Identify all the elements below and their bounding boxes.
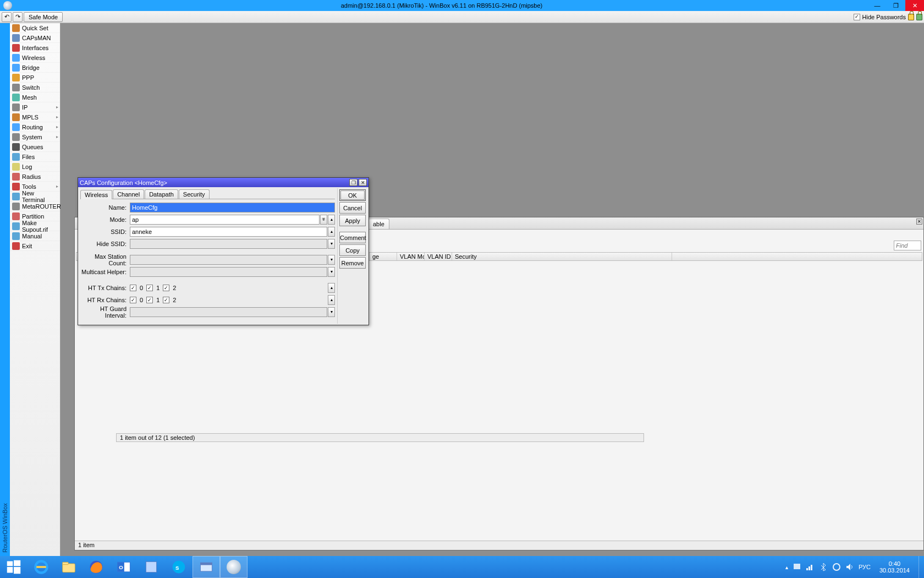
chain1-label: 1: [156, 285, 160, 291]
tray-up-icon[interactable]: ▴: [785, 564, 788, 570]
max-station-input[interactable]: [130, 255, 327, 265]
apply-button[interactable]: Apply: [339, 215, 366, 226]
sidebar-item-ppp[interactable]: PPP: [10, 73, 60, 83]
wr-icon: [12, 183, 20, 190]
sidebar-item-radius[interactable]: Radius: [10, 172, 60, 182]
ht-tx-chain1-checkbox[interactable]: ✓: [146, 285, 153, 291]
hide-ssid-input[interactable]: [130, 239, 327, 249]
collapse-up-icon[interactable]: ▴: [328, 295, 335, 305]
expand-down-icon[interactable]: ▾: [328, 307, 335, 317]
sidebar-item-metarouter[interactable]: MetaROUTER: [10, 201, 60, 211]
cancel-button[interactable]: Cancel: [339, 202, 366, 214]
sidebar-item-files[interactable]: Files: [10, 152, 60, 162]
app-icon-gen2[interactable]: [193, 556, 220, 578]
ht-rx-chain2-checkbox[interactable]: ✓: [163, 297, 169, 303]
sidebar-item-quick-set[interactable]: Quick Set: [10, 23, 60, 33]
sidebar-item-label: Manual: [22, 233, 42, 239]
find-input[interactable]: [894, 241, 921, 250]
safe-mode-button[interactable]: Safe Mode: [24, 12, 63, 22]
dropdown-icon[interactable]: ∓: [320, 215, 327, 225]
expand-down-icon[interactable]: ▾: [328, 255, 335, 265]
collapse-up-icon[interactable]: ▴: [328, 215, 335, 225]
column-header[interactable]: VLAN Mo...: [397, 253, 425, 260]
hide-passwords-toggle[interactable]: ✓ Hide Passwords: [854, 14, 906, 20]
language-indicator[interactable]: РУС: [859, 564, 871, 570]
sidebar-item-exit[interactable]: Exit: [10, 241, 60, 251]
sidebar-item-wireless[interactable]: Wireless: [10, 53, 60, 63]
name-input[interactable]: [130, 203, 335, 212]
remove-button[interactable]: Remove: [339, 257, 366, 269]
sidebar-item-capsman[interactable]: CAPsMAN: [10, 33, 60, 43]
mode-select[interactable]: [130, 215, 320, 225]
svg-rect-18: [809, 566, 810, 570]
winbox-taskbar-icon[interactable]: [220, 556, 248, 578]
redo-button[interactable]: ↷: [13, 12, 23, 22]
rail-label: RouterOS WinBox: [2, 500, 8, 556]
firefox-icon[interactable]: [82, 556, 110, 578]
expand-down-icon[interactable]: ▾: [328, 267, 335, 277]
network-icon[interactable]: [806, 563, 815, 571]
ht-tx-chain2-checkbox[interactable]: ✓: [163, 285, 169, 291]
sidebar-item-switch[interactable]: Switch: [10, 83, 60, 92]
show-desktop-button[interactable]: [919, 556, 923, 578]
sidebar-item-system[interactable]: System▸: [10, 132, 60, 142]
sidebar-item-mpls[interactable]: MPLS▸: [10, 112, 60, 122]
start-button[interactable]: [0, 556, 28, 578]
close-icon[interactable]: ✕: [916, 219, 922, 225]
ht-rx-chain0-checkbox[interactable]: ✓: [130, 297, 136, 303]
modal-titlebar[interactable]: CAPs Configuration <HomeCfg> ❐ ✕: [78, 178, 369, 187]
ok-button[interactable]: OK: [339, 189, 366, 201]
outlook-icon[interactable]: O: [110, 556, 138, 578]
tab-channel[interactable]: Channel: [113, 189, 144, 199]
tab-datapath[interactable]: Datapath: [145, 189, 178, 199]
guard-interval-input[interactable]: [130, 307, 327, 317]
hide-passwords-label: Hide Passwords: [862, 14, 906, 20]
tab-security[interactable]: Security: [179, 189, 210, 199]
clock[interactable]: 0:40 30.03.2014: [875, 560, 914, 574]
ht-rx-chain1-checkbox[interactable]: ✓: [146, 297, 153, 303]
column-header[interactable]: VLAN ID: [425, 253, 452, 260]
sidebar-item-bridge[interactable]: Bridge: [10, 63, 60, 73]
sidebar-item-queues[interactable]: Queues: [10, 142, 60, 152]
explorer-icon[interactable]: [55, 556, 82, 578]
column-header[interactable]: Security: [452, 253, 672, 260]
multicast-input[interactable]: [130, 267, 327, 277]
ssid-input[interactable]: [130, 227, 327, 237]
sidebar-item-ip[interactable]: IP▸: [10, 102, 60, 112]
pc-icon: [12, 34, 20, 42]
volume-icon[interactable]: [845, 563, 854, 571]
app-icon-gen1[interactable]: [138, 556, 165, 578]
modal-close-button[interactable]: ✕: [359, 179, 367, 186]
copy-button[interactable]: Copy: [339, 244, 366, 256]
close-button[interactable]: ✕: [905, 0, 924, 11]
sidebar-item-make-supout-rif[interactable]: Make Supout.rif: [10, 221, 60, 231]
bluetooth-icon[interactable]: [819, 563, 828, 571]
ht-tx-chain0-checkbox[interactable]: ✓: [130, 285, 136, 291]
comment-button[interactable]: Comment: [339, 232, 366, 243]
sidebar-item-new-terminal[interactable]: New Terminal: [10, 192, 60, 201]
skype-icon[interactable]: S: [165, 556, 193, 578]
maximize-button[interactable]: ❐: [887, 0, 905, 11]
clock-time: 0:40: [879, 560, 910, 567]
undo-button[interactable]: ↶: [2, 12, 12, 22]
main-toolbar: ↶ ↷ Safe Mode ✓ Hide Passwords: [0, 11, 924, 23]
sidebar-item-manual[interactable]: Manual: [10, 231, 60, 241]
sidebar-item-mesh[interactable]: Mesh: [10, 92, 60, 102]
ht-tx-label: HT Tx Chains:: [80, 285, 130, 291]
sidebar-item-interfaces[interactable]: Interfaces: [10, 43, 60, 53]
table-tab[interactable]: able: [368, 219, 389, 229]
find-box[interactable]: [894, 241, 921, 250]
sync-icon[interactable]: [832, 563, 841, 571]
ie-icon[interactable]: [28, 556, 55, 578]
modal-restore-button[interactable]: ❐: [349, 179, 358, 186]
sidebar-item-log[interactable]: Log: [10, 162, 60, 172]
tab-wireless[interactable]: Wireless: [80, 190, 112, 199]
flag-icon[interactable]: [793, 563, 801, 571]
sidebar-item-routing[interactable]: Routing▸: [10, 122, 60, 132]
collapse-up-icon[interactable]: ▴: [328, 227, 335, 237]
minimize-button[interactable]: —: [868, 0, 887, 11]
collapse-up-icon[interactable]: ▴: [328, 283, 335, 293]
status-text: 1 item: [78, 542, 95, 548]
column-header[interactable]: ge: [370, 253, 397, 260]
expand-down-icon[interactable]: ▾: [328, 239, 335, 249]
